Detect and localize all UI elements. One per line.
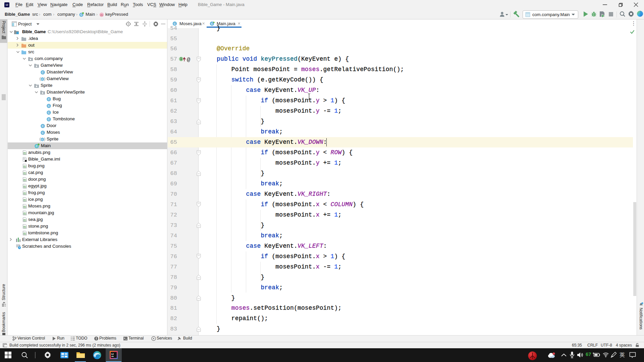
- svg-text:C: C: [42, 131, 44, 134]
- svg-text:C: C: [80, 13, 82, 16]
- svg-text:C: C: [42, 138, 44, 141]
- svg-text:C: C: [48, 104, 50, 108]
- svg-text:@: @: [187, 57, 190, 63]
- svg-text:C: C: [48, 111, 50, 114]
- svg-text:C: C: [42, 78, 44, 81]
- svg-text:C: C: [42, 124, 44, 128]
- svg-text:C: C: [42, 71, 44, 74]
- svg-text:C: C: [48, 118, 50, 121]
- svg-text:IJ: IJ: [111, 353, 114, 356]
- svg-text:C: C: [48, 98, 50, 101]
- svg-text:m: m: [100, 13, 103, 17]
- svg-text:C: C: [36, 144, 38, 148]
